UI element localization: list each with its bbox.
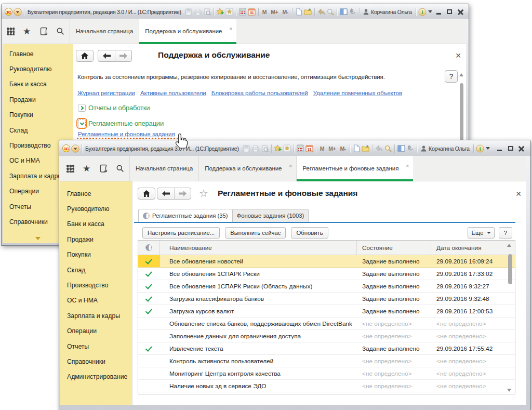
forward-button[interactable] <box>115 50 131 61</box>
sidebar-item[interactable]: Склад <box>3 123 73 138</box>
menu-grid-icon[interactable] <box>7 28 15 35</box>
column-state[interactable]: Состояние <box>357 241 431 255</box>
add-favorite-icon[interactable] <box>274 144 282 153</box>
minimize-button[interactable] <box>495 144 504 153</box>
main-menu-dropdown-icon[interactable] <box>14 8 22 16</box>
search-icon[interactable] <box>56 27 64 36</box>
favorites-star-icon[interactable]: ★ <box>22 27 31 36</box>
table-row[interactable]: Заполнение данных для ограничения доступ… <box>138 330 515 342</box>
help-button[interactable]: ? <box>499 227 512 239</box>
table-row[interactable]: Наличие новых эд в сервисе ЭДО <не опред… <box>138 380 515 392</box>
command-button[interactable]: Обновить <box>291 227 328 239</box>
calculator-icon[interactable] <box>238 8 247 16</box>
info-dropdown-icon[interactable] <box>485 144 490 153</box>
section-label[interactable]: Регламентные операции <box>88 120 164 127</box>
sidebar-item[interactable]: Администрирование <box>60 369 132 385</box>
calendar-icon[interactable]: 31 <box>305 144 314 153</box>
print-preview-icon[interactable] <box>203 8 211 16</box>
table-row[interactable]: Контроль активности пользователей <не оп… <box>138 355 515 367</box>
more-button[interactable]: Еще <box>468 227 495 239</box>
home-button[interactable] <box>76 50 94 62</box>
scroll-down-icon[interactable] <box>507 389 511 392</box>
app-tab[interactable]: Начальная страница × <box>129 156 198 181</box>
table-row[interactable]: Обновление списка банков, поддерживающих… <box>138 318 515 330</box>
sidebar-item[interactable]: Главное <box>60 186 132 201</box>
scheduled-jobs-link[interactable]: Регламентные и фоновые задания <box>78 131 175 137</box>
form-close-icon[interactable]: ✕ <box>455 52 461 59</box>
sidebar-item[interactable]: Руководителю <box>3 61 73 76</box>
calendar-icon[interactable]: 31 <box>248 8 256 16</box>
home-button[interactable] <box>138 188 155 200</box>
main-menu-dropdown-icon[interactable] <box>71 144 79 153</box>
scroll-thumb[interactable] <box>508 254 512 284</box>
sidebar-item[interactable]: Производство <box>60 277 132 293</box>
sidebar-more-icon[interactable] <box>35 237 41 240</box>
history-back-icon[interactable] <box>375 144 383 153</box>
command-link[interactable]: Журнал регистрации <box>77 89 135 96</box>
memory-mminus-button[interactable]: M- <box>340 146 346 152</box>
sidebar-item[interactable]: Отчеты <box>60 339 132 354</box>
app-tab[interactable]: Регламентные и фоновые задания × <box>296 156 413 181</box>
column-date[interactable]: Дата окончания <box>431 241 506 255</box>
table-row[interactable]: Все обновления новостей Задание выполнен… <box>138 255 515 268</box>
favorites-icon[interactable] <box>225 8 234 16</box>
sidebar-item[interactable]: Главное <box>3 46 73 61</box>
collapse-toggle-icon[interactable] <box>78 120 86 127</box>
sidebar-item[interactable]: ОС и НМА <box>60 293 132 308</box>
sidebar-item[interactable]: Справочники <box>60 354 132 369</box>
save-icon[interactable] <box>184 8 193 16</box>
memory-mplus-button[interactable]: M+ <box>271 9 278 15</box>
forward-button[interactable] <box>174 188 191 199</box>
service-wrench-icon[interactable] <box>406 144 415 153</box>
table-row[interactable]: Загрузка классификатора банков Задание в… <box>138 293 515 305</box>
back-button[interactable] <box>98 50 115 61</box>
job-tab[interactable]: Фоновые задания (1003) <box>232 209 309 222</box>
favorites-star-icon[interactable]: ★ <box>82 164 91 173</box>
command-link[interactable]: Удаление помеченных объектов <box>313 89 402 96</box>
memory-mminus-button[interactable]: M- <box>282 9 288 15</box>
sidebar-item[interactable]: Зарплата и кадры <box>60 308 132 323</box>
command-link[interactable]: Активные пользователи <box>140 89 206 96</box>
scroll-up-icon[interactable] <box>507 244 511 247</box>
sidebar-item[interactable]: Покупки <box>60 247 132 262</box>
sidebar-item[interactable]: Продажи <box>60 232 132 247</box>
maximize-button[interactable] <box>445 7 455 17</box>
column-clock[interactable] <box>138 241 160 255</box>
calculator-icon[interactable] <box>296 144 304 153</box>
tab-close-icon[interactable]: × <box>229 26 232 32</box>
sidebar-item[interactable]: Банк и касса <box>60 217 132 232</box>
maximize-button[interactable] <box>506 144 515 153</box>
history-icon[interactable] <box>99 164 108 173</box>
sidebar-item[interactable]: Банк и касса <box>3 77 73 92</box>
print-icon[interactable] <box>194 8 202 16</box>
global-search-icon[interactable] <box>384 144 392 153</box>
info-dropdown-icon[interactable] <box>428 8 433 16</box>
favorites-icon[interactable] <box>283 144 291 153</box>
sidebar-item[interactable]: Руководителю <box>60 201 132 216</box>
memory-mplus-button[interactable]: M+ <box>328 146 336 152</box>
back-button[interactable] <box>157 188 174 199</box>
history-icon[interactable] <box>39 27 48 36</box>
tab-close-icon[interactable]: × <box>406 163 409 169</box>
print-preview-icon[interactable] <box>261 144 269 153</box>
service-wrench-icon[interactable] <box>349 8 357 16</box>
sidebar-item[interactable]: Продажи <box>3 92 73 107</box>
command-link[interactable]: Блокировка работы пользователей <box>211 89 308 96</box>
form-close-icon[interactable]: ✕ <box>515 190 522 197</box>
info-icon[interactable]: i <box>476 144 484 153</box>
command-button[interactable]: Настроить расписание... <box>142 227 220 239</box>
app-tab[interactable]: Начальная страница × <box>70 19 139 44</box>
add-favorite-icon[interactable] <box>216 8 224 16</box>
info-icon[interactable]: i <box>418 8 427 16</box>
column-name[interactable]: Наименование <box>160 241 357 255</box>
table-row[interactable]: Извлечение текста Задание выполнено 29.0… <box>138 342 515 355</box>
history-back-icon[interactable] <box>317 8 325 16</box>
new-document-icon[interactable] <box>295 8 303 16</box>
print-icon[interactable] <box>251 144 260 153</box>
memory-m-button[interactable]: M <box>262 9 267 15</box>
app-tab[interactable]: Поддержка и обслуживание × <box>139 19 236 44</box>
current-user[interactable]: Корчагина Ольга <box>421 146 469 152</box>
tab-close-icon[interactable]: × <box>289 163 292 169</box>
scroll-up-icon[interactable] <box>459 73 463 76</box>
open-folder-icon[interactable] <box>304 8 312 16</box>
